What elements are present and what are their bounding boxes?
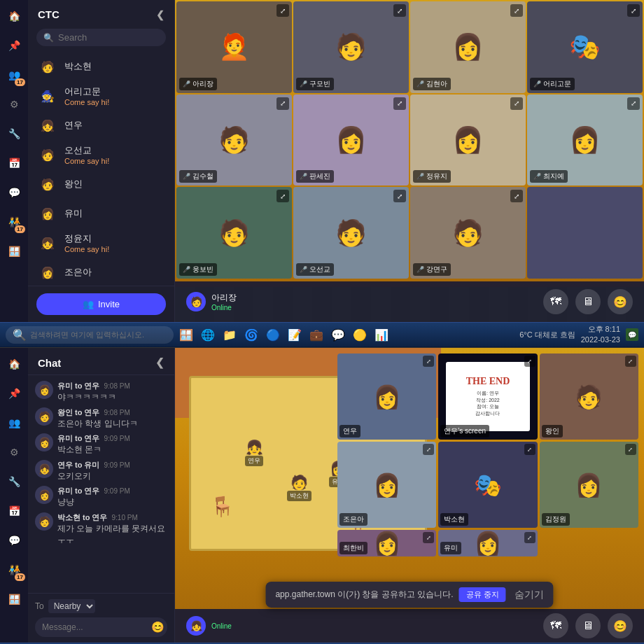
taskbar-windows-icon[interactable]: 🪟 [176,325,196,344]
sidebar-item-yumi[interactable]: 👩 유미 [31,199,172,228]
taskbar-gather-icon[interactable]: 🟡 [350,325,370,344]
video-tile-bottom: 👩 유미 ⤢ [438,530,537,556]
sidebar-item-jeongyunji[interactable]: 👧 정윤지 Come say hi! [31,228,172,258]
gear-icon-b[interactable]: ⚙ [5,443,23,461]
share-stop-button[interactable]: 공유 중지 [459,587,506,602]
emoji-ctrl-btn-b[interactable]: 😊 [608,613,633,638]
msg-header: 유미 to 연우 9:09 PM [57,486,167,496]
pin-icon[interactable]: 📌 [5,36,23,55]
user-avatar-jeongyunji: 👧 [36,232,59,254]
expand-btn[interactable]: ⤢ [510,190,523,202]
expand-btn[interactable]: ⤢ [510,4,523,17]
screen-ctrl-btn[interactable]: 🖥 [575,289,601,314]
invite-button[interactable]: 👥 Invite [36,293,166,315]
tile-expand-btn[interactable]: ⤢ [625,444,636,455]
tile-expand-btn[interactable]: ⤢ [524,356,536,367]
msg-text: 오키오키 [57,471,167,482]
video-name-tag: 🎤 오선교 [296,263,334,276]
taskbar-ie-icon[interactable]: 🌀 [241,325,261,344]
video-tile-top: 🎭 🎤 어리고문 ⤢ [527,1,643,93]
chat-message-input[interactable] [42,622,147,632]
user-info-ohseongyo: 오선교 Come say hi! [64,144,109,165]
sidebar-footer-top: 👥 Invite [28,286,174,322]
window-icon-b[interactable]: 🪟 [5,590,23,608]
wrench-icon[interactable]: 🔧 [5,125,23,143]
chat-icon-b[interactable]: 💬 [5,531,23,550]
user-list-top: 🧑 박소현 🧙 어리고문 Come say hi! 👧 연우 🧑 오선교 Com… [28,52,174,286]
taskbar-teams-icon[interactable]: 💼 [307,325,326,344]
chat-icon-top[interactable]: 💬 [5,183,23,202]
pin-icon-b[interactable]: 📌 [5,384,23,402]
expand-btn[interactable]: ⤢ [393,190,406,202]
current-user-avatar-bottom: 👧 [186,616,206,636]
mic-icon: 🎤 [183,266,190,273]
video-tile-top: 🧑 🎤 김수철 ⤢ [176,94,292,186]
group-icon-b[interactable]: 🧑‍🤝‍🧑 17 [5,561,23,579]
sidebar-item-wangin[interactable]: 🧑 왕인 [31,169,172,199]
game-chair-sprite: 🪑 [210,495,234,518]
sidebar-item-joeuna[interactable]: 👩 조은아 [31,258,172,286]
tile-expand-btn[interactable]: ⤢ [423,444,434,455]
taskbar-kakao-icon[interactable]: 💬 [328,325,348,344]
msg-sender: 연우 to 유미 [57,460,100,470]
taskbar-folder-icon[interactable]: 📁 [220,325,239,344]
people-icon-b[interactable]: 👥 [5,414,23,432]
group-icon[interactable]: 🧑‍🤝‍🧑 17 [5,213,23,231]
msg-text: 박소현 몬ㅋ [57,444,167,456]
expand-btn[interactable]: ⤢ [276,190,289,202]
tile-expand-btn[interactable]: ⤢ [423,532,434,543]
current-user-bottom: 👧 Online [186,616,232,636]
mic-icon: 🎤 [300,266,307,273]
expand-btn[interactable]: ⤢ [627,97,640,110]
chat-to-select[interactable]: Nearby [48,599,95,613]
chat-messages: 👩 유미 to 연우 9:08 PM 야ㅋㅋㅋㅋㅋㅋ 🧑 왕인 to 연우 9:… [28,375,174,593]
game-area-bottom: 👧 연우 🧑 박소현 👩 유미 🪑 🪑 👩 연우 ⤢ [175,348,644,643]
window-icon[interactable]: 🪟 [5,242,23,260]
expand-btn[interactable]: ⤢ [276,4,289,17]
tile-expand-btn[interactable]: ⤢ [524,444,536,455]
expand-btn[interactable]: ⤢ [510,97,523,110]
taskbar-search-top[interactable]: 🔍 [6,326,174,344]
tile-expand-btn[interactable]: ⤢ [524,532,536,543]
calendar-icon-b[interactable]: 📅 [5,502,23,520]
taskbar-chrome-icon[interactable]: 🌐 [198,325,218,344]
collapse-icon[interactable]: ❮ [156,9,164,20]
sidebar-item-baksohyeon[interactable]: 🧑 박소현 [31,52,172,81]
tile-expand-btn[interactable]: ⤢ [625,356,636,367]
expand-btn[interactable]: ⤢ [276,97,289,110]
tile-name: 최한비 [340,542,368,554]
chat-to-bar: To Nearby [35,599,167,613]
share-hide-button[interactable]: 숨기기 [514,589,544,601]
screen-ctrl-btn-b[interactable]: 🖥 [575,613,601,638]
tile-expand-btn[interactable]: ⤢ [423,356,434,367]
msg-content: 유미 to 연우 9:09 PM 박소현 몬ㅋ [57,433,167,456]
tile-name: 연우's screen [440,425,489,438]
map-ctrl-btn[interactable]: 🗺 [543,289,568,314]
msg-sender: 유미 to 연우 [57,486,100,496]
map-ctrl-btn-b[interactable]: 🗺 [543,613,568,638]
gear-icon[interactable]: ⚙ [5,95,23,113]
msg-avatar: 👩 [35,486,53,504]
people-icon[interactable]: 👥 17 [5,66,23,84]
chat-collapse-icon[interactable]: ❮ [155,356,164,369]
wrench-icon-b[interactable]: 🔧 [5,472,23,491]
calendar-icon[interactable]: 📅 [5,154,23,172]
taskbar-search-input-top[interactable] [30,330,167,339]
search-bar-top[interactable]: 🔍 [36,29,166,46]
taskbar-edge-icon[interactable]: 🔵 [263,325,283,344]
home-icon[interactable]: 🏠 [5,7,23,25]
taskbar-extra-icon[interactable]: 📊 [372,325,391,344]
expand-btn[interactable]: ⤢ [627,4,640,17]
chat-emoji-button[interactable]: 😊 [151,621,164,634]
expand-btn[interactable]: ⤢ [393,4,406,17]
sidebar-item-advisory[interactable]: 🧙 어리고문 Come say hi! [31,81,172,111]
search-input-top[interactable] [58,32,159,43]
home-icon-b[interactable]: 🏠 [5,355,23,373]
sidebar-item-yeonwoo[interactable]: 👧 연우 [31,111,172,140]
emoji-ctrl-btn[interactable]: 😊 [608,289,633,314]
chat-message: 🧑 왕인 to 연우 9:08 PM 조은아 학생 입니다ㅋ [35,407,167,430]
taskbar-word-icon[interactable]: 📝 [285,325,304,344]
sidebar-item-ohseongyo[interactable]: 🧑 오선교 Come say hi! [31,140,172,169]
expand-btn[interactable]: ⤢ [393,97,406,110]
taskbar-action-center[interactable]: 💬 [626,328,638,341]
